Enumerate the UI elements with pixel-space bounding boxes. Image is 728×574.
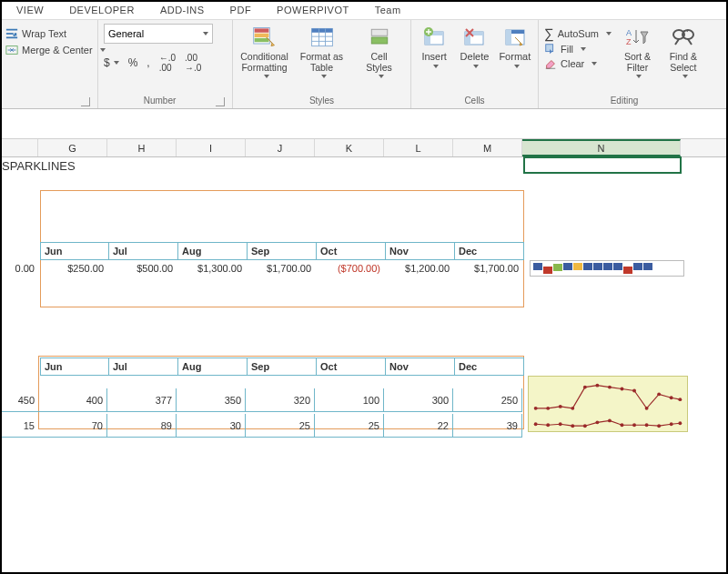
merge-center-button[interactable]: Merge & Center (5, 44, 106, 56)
t2-r1-jun[interactable]: 400 (38, 388, 107, 412)
t2-r2-edge[interactable]: 15 (0, 414, 38, 438)
svg-point-47 (571, 424, 574, 428)
t1-h-dec[interactable]: Dec (455, 242, 524, 260)
conditional-formatting-button[interactable]: Conditional Formatting (238, 24, 290, 78)
number-format-value: General (108, 28, 144, 39)
t2-r2-aug[interactable]: 30 (177, 414, 246, 438)
t2-h-sep[interactable]: Sep (248, 357, 317, 376)
t1-h-jul[interactable]: Jul (109, 242, 178, 260)
col-header-g[interactable]: G (38, 139, 107, 156)
t2-h-oct[interactable]: Oct (317, 357, 386, 376)
svg-point-35 (583, 386, 587, 389)
t1-h-aug[interactable]: Aug (178, 242, 248, 260)
t2-r2-sep[interactable]: 25 (246, 414, 315, 438)
tab-view[interactable]: VIEW (16, 5, 44, 15)
t2-r1-nov[interactable]: 300 (384, 388, 453, 412)
col-header-l[interactable]: L (384, 139, 453, 156)
tab-addins[interactable]: ADD-INS (160, 5, 205, 15)
group-number: General $ % , ←.0.00 .00→.0 Number (98, 20, 233, 108)
delete-cells-button[interactable]: Delete (457, 24, 491, 68)
t1-h-oct[interactable]: Oct (317, 242, 386, 260)
svg-point-40 (645, 407, 649, 410)
t1-h-sep[interactable]: Sep (248, 242, 317, 260)
chevron-down-icon (473, 65, 479, 68)
dialog-launcher-icon[interactable] (216, 97, 225, 106)
tab-powerpivot[interactable]: POWERPIVOT (277, 5, 349, 15)
col-header-k[interactable]: K (315, 139, 384, 156)
tab-developer[interactable]: DEVELOPER (69, 5, 135, 15)
tab-pdf[interactable]: PDF (230, 5, 252, 15)
svg-point-42 (670, 396, 673, 399)
col-header-i[interactable]: I (177, 139, 246, 156)
t2-r1-sep[interactable]: 320 (246, 388, 315, 412)
t1-nov[interactable]: $1,200.00 (384, 260, 453, 277)
clear-button[interactable]: Clear (544, 57, 612, 70)
find-select-button[interactable]: Find & Select (662, 24, 704, 78)
svg-point-55 (670, 422, 673, 426)
t2-h-nov[interactable]: Nov (386, 357, 455, 376)
chevron-down-icon (321, 75, 327, 78)
currency-button[interactable]: $ (104, 56, 119, 69)
t1-jun[interactable]: $250.00 (38, 260, 107, 277)
increase-decimal-button[interactable]: ←.0.00 (159, 53, 176, 73)
title-cell[interactable]: SPARKLINES (0, 157, 76, 174)
t2-r2-jul[interactable]: 89 (107, 414, 177, 438)
wrap-text-button[interactable]: Wrap Text (5, 27, 106, 40)
cell-styles-button[interactable]: Cell Styles (353, 24, 405, 78)
t1-h-jun[interactable]: Jun (40, 242, 109, 260)
t2-r1-aug[interactable]: 350 (177, 388, 246, 412)
sparkline-line-area[interactable] (528, 376, 688, 432)
t2-r2-jun[interactable]: 70 (38, 414, 107, 438)
autosum-button[interactable]: ∑ AutoSum (544, 25, 612, 41)
t2-r1-jul[interactable]: 377 (107, 388, 177, 412)
svg-point-53 (645, 423, 649, 427)
comma-button[interactable]: , (147, 56, 149, 69)
t1-edge[interactable]: 0.00 (0, 260, 38, 277)
svg-point-45 (546, 423, 550, 427)
dialog-launcher-icon[interactable] (81, 97, 90, 106)
t1-h-nov[interactable]: Nov (386, 242, 455, 260)
sort-filter-button[interactable]: AZ Sort & Filter (616, 24, 658, 78)
t2-r1-edge[interactable]: 450 (0, 388, 38, 412)
svg-rect-22 (465, 35, 470, 45)
svg-rect-7 (254, 38, 268, 42)
t1-dec[interactable]: $1,700.00 (453, 260, 522, 277)
col-header-j[interactable]: J (246, 139, 315, 156)
format-cells-button[interactable]: Format (498, 24, 532, 68)
tab-team[interactable]: Team (375, 5, 401, 15)
percent-button[interactable]: % (128, 56, 138, 69)
fill-button[interactable]: Fill (544, 43, 612, 55)
chevron-down-icon (379, 75, 384, 78)
col-header-h[interactable]: H (107, 139, 177, 156)
number-format-select[interactable]: General (104, 24, 213, 44)
t1-aug[interactable]: $1,300.00 (177, 260, 246, 277)
svg-rect-6 (254, 34, 268, 37)
sparkline-winloss[interactable] (530, 260, 684, 277)
t1-sep[interactable]: $1,700.00 (246, 260, 315, 277)
insert-cells-button[interactable]: Insert (417, 24, 451, 68)
group-alignment: Wrap Text Merge & Center (0, 20, 98, 108)
svg-rect-14 (371, 29, 388, 35)
t2-r2-dec[interactable]: 39 (453, 414, 522, 438)
chevron-down-icon (433, 65, 439, 68)
cell-styles-label: Cell Styles (366, 51, 392, 73)
t2-r2-oct[interactable]: 25 (315, 414, 384, 438)
t1-jul[interactable]: $500.00 (107, 260, 177, 277)
t2-h-jul[interactable]: Jul (109, 357, 178, 376)
svg-rect-18 (425, 35, 430, 45)
decrease-decimal-button[interactable]: .00→.0 (185, 53, 201, 73)
t2-h-dec[interactable]: Dec (455, 357, 524, 376)
svg-point-31 (534, 407, 538, 410)
t2-r1-oct[interactable]: 100 (315, 388, 384, 412)
t2-h-aug[interactable]: Aug (178, 357, 248, 376)
col-header-edge[interactable] (0, 139, 38, 156)
t2-r1-dec[interactable]: 250 (453, 388, 522, 412)
t1-oct[interactable]: ($700.00) (315, 260, 384, 277)
column-headers: G H I J K L M N (0, 139, 728, 157)
t2-r2-nov[interactable]: 22 (384, 414, 453, 438)
format-as-table-button[interactable]: Format as Table (296, 24, 348, 78)
group-styles: Conditional Formatting Format as Table C… (233, 20, 411, 108)
col-header-m[interactable]: M (453, 139, 522, 156)
col-header-n[interactable]: N (522, 139, 681, 156)
t2-h-jun[interactable]: Jun (40, 357, 109, 376)
